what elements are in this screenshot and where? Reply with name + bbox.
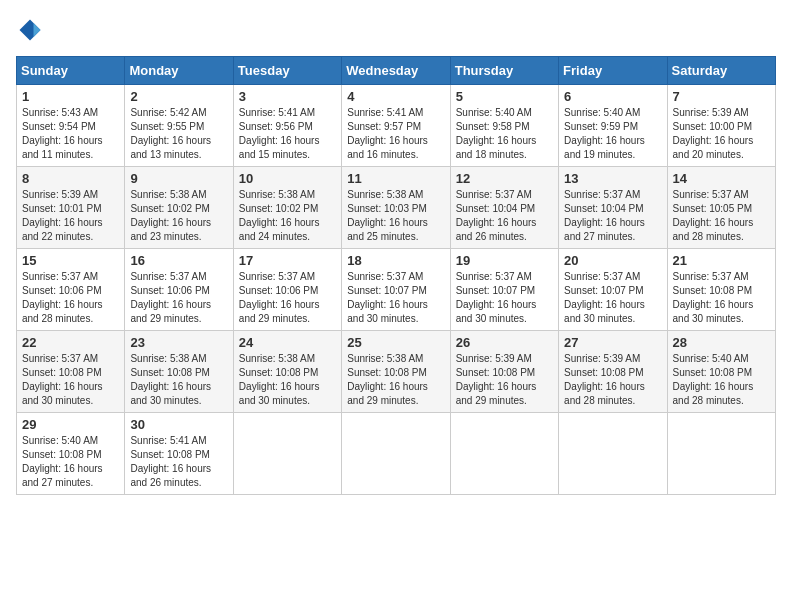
day-info: Sunrise: 5:37 AMSunset: 10:07 PMDaylight…: [347, 270, 444, 326]
day-number: 13: [564, 171, 661, 186]
day-info: Sunrise: 5:40 AMSunset: 9:59 PMDaylight:…: [564, 106, 661, 162]
calendar-cell: 24Sunrise: 5:38 AMSunset: 10:08 PMDaylig…: [233, 331, 341, 413]
day-number: 4: [347, 89, 444, 104]
calendar-cell: [667, 413, 775, 495]
calendar-cell: 8Sunrise: 5:39 AMSunset: 10:01 PMDayligh…: [17, 167, 125, 249]
day-number: 6: [564, 89, 661, 104]
calendar-week-2: 8Sunrise: 5:39 AMSunset: 10:01 PMDayligh…: [17, 167, 776, 249]
day-number: 30: [130, 417, 227, 432]
calendar-cell: [342, 413, 450, 495]
calendar-cell: 29Sunrise: 5:40 AMSunset: 10:08 PMDaylig…: [17, 413, 125, 495]
calendar-cell: 1Sunrise: 5:43 AMSunset: 9:54 PMDaylight…: [17, 85, 125, 167]
day-number: 25: [347, 335, 444, 350]
day-info: Sunrise: 5:40 AMSunset: 9:58 PMDaylight:…: [456, 106, 553, 162]
calendar-cell: 28Sunrise: 5:40 AMSunset: 10:08 PMDaylig…: [667, 331, 775, 413]
calendar-cell: 21Sunrise: 5:37 AMSunset: 10:08 PMDaylig…: [667, 249, 775, 331]
col-header-tuesday: Tuesday: [233, 57, 341, 85]
day-number: 3: [239, 89, 336, 104]
col-header-monday: Monday: [125, 57, 233, 85]
day-info: Sunrise: 5:38 AMSunset: 10:08 PMDaylight…: [347, 352, 444, 408]
calendar-cell: 9Sunrise: 5:38 AMSunset: 10:02 PMDayligh…: [125, 167, 233, 249]
day-info: Sunrise: 5:42 AMSunset: 9:55 PMDaylight:…: [130, 106, 227, 162]
calendar-week-3: 15Sunrise: 5:37 AMSunset: 10:06 PMDaylig…: [17, 249, 776, 331]
day-number: 11: [347, 171, 444, 186]
calendar-cell: 17Sunrise: 5:37 AMSunset: 10:06 PMDaylig…: [233, 249, 341, 331]
col-header-friday: Friday: [559, 57, 667, 85]
day-number: 19: [456, 253, 553, 268]
col-header-saturday: Saturday: [667, 57, 775, 85]
day-info: Sunrise: 5:41 AMSunset: 9:57 PMDaylight:…: [347, 106, 444, 162]
calendar-cell: 22Sunrise: 5:37 AMSunset: 10:08 PMDaylig…: [17, 331, 125, 413]
calendar-cell: 13Sunrise: 5:37 AMSunset: 10:04 PMDaylig…: [559, 167, 667, 249]
day-info: Sunrise: 5:37 AMSunset: 10:06 PMDaylight…: [239, 270, 336, 326]
calendar-cell: 10Sunrise: 5:38 AMSunset: 10:02 PMDaylig…: [233, 167, 341, 249]
day-number: 16: [130, 253, 227, 268]
calendar-cell: 19Sunrise: 5:37 AMSunset: 10:07 PMDaylig…: [450, 249, 558, 331]
day-info: Sunrise: 5:37 AMSunset: 10:07 PMDaylight…: [456, 270, 553, 326]
calendar-cell: 2Sunrise: 5:42 AMSunset: 9:55 PMDaylight…: [125, 85, 233, 167]
day-info: Sunrise: 5:39 AMSunset: 10:08 PMDaylight…: [564, 352, 661, 408]
day-info: Sunrise: 5:38 AMSunset: 10:08 PMDaylight…: [239, 352, 336, 408]
day-info: Sunrise: 5:38 AMSunset: 10:08 PMDaylight…: [130, 352, 227, 408]
day-info: Sunrise: 5:38 AMSunset: 10:03 PMDaylight…: [347, 188, 444, 244]
day-number: 29: [22, 417, 119, 432]
day-number: 24: [239, 335, 336, 350]
logo: [16, 16, 48, 44]
calendar-cell: 20Sunrise: 5:37 AMSunset: 10:07 PMDaylig…: [559, 249, 667, 331]
calendar-cell: 11Sunrise: 5:38 AMSunset: 10:03 PMDaylig…: [342, 167, 450, 249]
day-number: 10: [239, 171, 336, 186]
day-info: Sunrise: 5:37 AMSunset: 10:07 PMDaylight…: [564, 270, 661, 326]
day-number: 22: [22, 335, 119, 350]
calendar-cell: [233, 413, 341, 495]
day-info: Sunrise: 5:37 AMSunset: 10:06 PMDaylight…: [22, 270, 119, 326]
calendar-cell: 5Sunrise: 5:40 AMSunset: 9:58 PMDaylight…: [450, 85, 558, 167]
calendar-cell: 3Sunrise: 5:41 AMSunset: 9:56 PMDaylight…: [233, 85, 341, 167]
day-info: Sunrise: 5:37 AMSunset: 10:06 PMDaylight…: [130, 270, 227, 326]
day-number: 2: [130, 89, 227, 104]
day-info: Sunrise: 5:43 AMSunset: 9:54 PMDaylight:…: [22, 106, 119, 162]
svg-marker-1: [34, 23, 41, 37]
day-info: Sunrise: 5:38 AMSunset: 10:02 PMDaylight…: [130, 188, 227, 244]
calendar-cell: 30Sunrise: 5:41 AMSunset: 10:08 PMDaylig…: [125, 413, 233, 495]
calendar-cell: 23Sunrise: 5:38 AMSunset: 10:08 PMDaylig…: [125, 331, 233, 413]
col-header-wednesday: Wednesday: [342, 57, 450, 85]
day-number: 12: [456, 171, 553, 186]
day-number: 9: [130, 171, 227, 186]
calendar-cell: 16Sunrise: 5:37 AMSunset: 10:06 PMDaylig…: [125, 249, 233, 331]
day-info: Sunrise: 5:39 AMSunset: 10:08 PMDaylight…: [456, 352, 553, 408]
day-info: Sunrise: 5:40 AMSunset: 10:08 PMDaylight…: [673, 352, 770, 408]
calendar-cell: 14Sunrise: 5:37 AMSunset: 10:05 PMDaylig…: [667, 167, 775, 249]
day-info: Sunrise: 5:37 AMSunset: 10:04 PMDaylight…: [564, 188, 661, 244]
day-info: Sunrise: 5:41 AMSunset: 9:56 PMDaylight:…: [239, 106, 336, 162]
day-number: 18: [347, 253, 444, 268]
day-number: 15: [22, 253, 119, 268]
day-number: 26: [456, 335, 553, 350]
day-number: 17: [239, 253, 336, 268]
calendar-cell: [450, 413, 558, 495]
day-info: Sunrise: 5:40 AMSunset: 10:08 PMDaylight…: [22, 434, 119, 490]
calendar-cell: 7Sunrise: 5:39 AMSunset: 10:00 PMDayligh…: [667, 85, 775, 167]
calendar-cell: 12Sunrise: 5:37 AMSunset: 10:04 PMDaylig…: [450, 167, 558, 249]
page-header: [16, 16, 776, 44]
calendar-header-row: SundayMondayTuesdayWednesdayThursdayFrid…: [17, 57, 776, 85]
calendar-week-1: 1Sunrise: 5:43 AMSunset: 9:54 PMDaylight…: [17, 85, 776, 167]
calendar-cell: 25Sunrise: 5:38 AMSunset: 10:08 PMDaylig…: [342, 331, 450, 413]
day-number: 27: [564, 335, 661, 350]
day-number: 5: [456, 89, 553, 104]
calendar-week-4: 22Sunrise: 5:37 AMSunset: 10:08 PMDaylig…: [17, 331, 776, 413]
day-number: 28: [673, 335, 770, 350]
calendar-table: SundayMondayTuesdayWednesdayThursdayFrid…: [16, 56, 776, 495]
day-info: Sunrise: 5:39 AMSunset: 10:01 PMDaylight…: [22, 188, 119, 244]
col-header-thursday: Thursday: [450, 57, 558, 85]
day-number: 20: [564, 253, 661, 268]
day-info: Sunrise: 5:37 AMSunset: 10:05 PMDaylight…: [673, 188, 770, 244]
day-info: Sunrise: 5:39 AMSunset: 10:00 PMDaylight…: [673, 106, 770, 162]
logo-icon: [16, 16, 44, 44]
calendar-cell: 15Sunrise: 5:37 AMSunset: 10:06 PMDaylig…: [17, 249, 125, 331]
calendar-cell: 18Sunrise: 5:37 AMSunset: 10:07 PMDaylig…: [342, 249, 450, 331]
day-number: 21: [673, 253, 770, 268]
day-number: 7: [673, 89, 770, 104]
day-info: Sunrise: 5:38 AMSunset: 10:02 PMDaylight…: [239, 188, 336, 244]
day-number: 23: [130, 335, 227, 350]
calendar-cell: 6Sunrise: 5:40 AMSunset: 9:59 PMDaylight…: [559, 85, 667, 167]
